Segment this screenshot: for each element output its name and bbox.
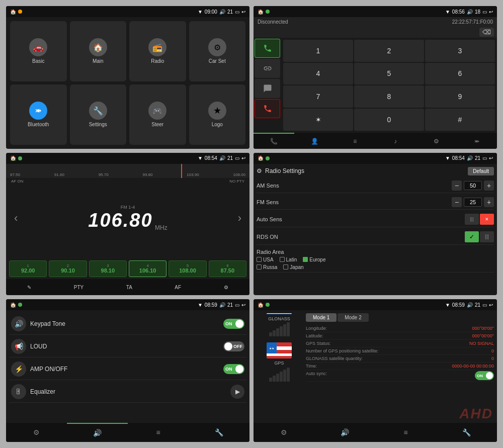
key-4[interactable]: 4 bbox=[283, 63, 353, 85]
bottom-settings-btn[interactable]: ⚙ bbox=[6, 423, 67, 442]
key-8[interactable]: 8 bbox=[354, 85, 424, 108]
end-call-button[interactable] bbox=[255, 99, 280, 118]
home-icon-3[interactable]: 🏠 bbox=[10, 155, 16, 161]
back-2[interactable]: ↩ bbox=[489, 9, 493, 15]
key-3[interactable]: 3 bbox=[425, 40, 495, 62]
key-0[interactable]: 0 bbox=[354, 109, 424, 131]
menu-item-steer[interactable]: 🎮 Steer bbox=[129, 84, 186, 145]
contacts-button[interactable] bbox=[255, 79, 280, 98]
edit-button[interactable]: ✎ bbox=[23, 283, 35, 292]
fm-sens-minus[interactable]: − bbox=[452, 197, 462, 207]
longitude-row: Longitude: 000°00'00" bbox=[306, 325, 494, 332]
bottom-music-btn[interactable]: 🔊 bbox=[67, 423, 128, 442]
battery-6: ▭ bbox=[482, 302, 487, 308]
back-4[interactable]: ↩ bbox=[489, 155, 493, 161]
menu-item-radio[interactable]: 📻 Radio bbox=[129, 21, 186, 81]
am-sens-plus[interactable]: + bbox=[484, 181, 494, 191]
key-7[interactable]: 7 bbox=[283, 85, 353, 108]
key-1[interactable]: 1 bbox=[283, 40, 353, 62]
next-station-button[interactable]: › bbox=[236, 212, 243, 225]
tab-bt[interactable]: ⤕ bbox=[456, 133, 497, 149]
back-5[interactable]: ↩ bbox=[241, 302, 245, 308]
auto-sens-off[interactable]: ✕ bbox=[480, 214, 494, 225]
battery-4: ▭ bbox=[482, 155, 487, 161]
key-5[interactable]: 5 bbox=[354, 63, 424, 85]
bottom-tools-btn[interactable]: 🔧 bbox=[189, 423, 249, 442]
tab-calllog[interactable]: ≡ bbox=[334, 133, 375, 149]
area-usa[interactable]: USA bbox=[257, 257, 274, 262]
auto-sens-bars[interactable]: ||| bbox=[465, 214, 479, 225]
scale-6: 108.00 bbox=[233, 172, 245, 177]
backspace-button[interactable]: ⌫ bbox=[479, 28, 494, 37]
ta-button[interactable]: TA bbox=[122, 283, 136, 292]
am-sens-control: − 50 + bbox=[452, 181, 494, 191]
usa-checkbox[interactable] bbox=[257, 257, 262, 262]
am-sens-minus[interactable]: − bbox=[452, 181, 462, 191]
area-latin[interactable]: Latin bbox=[280, 257, 297, 262]
af-button[interactable]: AF bbox=[171, 283, 185, 292]
preset-4[interactable]: 4 106.10 bbox=[129, 260, 166, 277]
japan-checkbox[interactable] bbox=[283, 264, 288, 270]
area-japan[interactable]: Japan bbox=[283, 264, 303, 270]
home-icon-6[interactable]: 🏠 bbox=[258, 302, 264, 308]
key-2[interactable]: 2 bbox=[354, 40, 424, 62]
area-russa[interactable]: Russa bbox=[257, 264, 277, 270]
home-icon-4[interactable]: 🏠 bbox=[258, 155, 264, 161]
preset-1[interactable]: 1 92.00 bbox=[9, 260, 47, 277]
home-icon[interactable]: 🏠 bbox=[10, 9, 16, 15]
home-icon-2[interactable]: 🏠 bbox=[258, 9, 264, 15]
preset-3[interactable]: 3 98.10 bbox=[89, 260, 127, 277]
key-star[interactable]: ✶ bbox=[283, 109, 353, 131]
prev-station-button[interactable]: ‹ bbox=[12, 212, 20, 225]
area-europe[interactable]: Europe bbox=[303, 257, 325, 262]
gps-eq-btn[interactable]: ≡ bbox=[375, 423, 436, 442]
preset-5[interactable]: 5 108.00 bbox=[169, 260, 206, 277]
tab-settings[interactable]: ⚙ bbox=[416, 133, 457, 149]
home-icon-5[interactable]: 🏠 bbox=[10, 302, 16, 308]
key-hash[interactable]: # bbox=[425, 109, 495, 131]
preset-2[interactable]: 2 90.10 bbox=[49, 260, 87, 277]
sig-bar-2 bbox=[273, 330, 276, 336]
default-button[interactable]: Default bbox=[468, 167, 494, 175]
bottom-eq-btn[interactable]: ≡ bbox=[128, 423, 189, 442]
key-6[interactable]: 6 bbox=[425, 63, 495, 85]
russa-checkbox[interactable] bbox=[257, 264, 262, 270]
tab-music[interactable]: ♪ bbox=[375, 133, 416, 149]
tab-phone[interactable]: 📞 bbox=[254, 133, 294, 149]
back-icon-1[interactable]: ↩ bbox=[241, 9, 245, 15]
loud-toggle[interactable]: OFF bbox=[223, 341, 244, 351]
rds-on-bars[interactable]: ||| bbox=[480, 231, 494, 242]
tab-contacts[interactable]: 👤 bbox=[294, 133, 335, 149]
amp-toggle[interactable]: ON bbox=[223, 364, 244, 374]
key-9[interactable]: 9 bbox=[425, 85, 495, 108]
scale-2: 91.60 bbox=[54, 172, 64, 177]
steer-label: Steer bbox=[151, 122, 163, 127]
back-6[interactable]: ↩ bbox=[489, 302, 493, 308]
mode1-tab[interactable]: Mode 1 bbox=[306, 313, 337, 322]
equalizer-item: 🎚 Equalizer ▶ bbox=[9, 381, 246, 403]
call-button[interactable] bbox=[255, 39, 280, 58]
menu-item-carset[interactable]: ⚙ Car Set bbox=[189, 21, 246, 81]
menu-item-bluetooth[interactable]: ⤕ Bluetooth bbox=[10, 84, 67, 145]
screen-radio-settings: 🏠 ▼ 08:54 🔊 21 ▭ ↩ ⚙ Radio Settings Defa… bbox=[254, 153, 497, 296]
europe-checkbox[interactable] bbox=[303, 257, 308, 262]
equalizer-play-button[interactable]: ▶ bbox=[230, 385, 244, 399]
autosync-toggle[interactable]: ON bbox=[475, 371, 494, 380]
link-button[interactable] bbox=[255, 59, 280, 78]
back-3[interactable]: ↩ bbox=[241, 155, 245, 161]
rds-on-check[interactable]: ✓ bbox=[465, 231, 479, 242]
menu-item-basic[interactable]: 🚗 Basic bbox=[10, 21, 67, 81]
pty-button[interactable]: PTY bbox=[70, 283, 88, 292]
fm-sens-plus[interactable]: + bbox=[484, 197, 494, 207]
keypad-tone-toggle[interactable]: ON bbox=[223, 319, 244, 329]
gps-tools-btn[interactable]: 🔧 bbox=[436, 423, 497, 442]
radio-settings-button[interactable]: ⚙ bbox=[220, 283, 232, 292]
menu-item-logo[interactable]: ★ Logo bbox=[189, 84, 246, 145]
gps-settings-btn[interactable]: ⚙ bbox=[254, 423, 314, 442]
gps-music-btn[interactable]: 🔊 bbox=[314, 423, 375, 442]
mode2-tab[interactable]: Mode 2 bbox=[338, 313, 368, 322]
latin-checkbox[interactable] bbox=[280, 257, 285, 262]
preset-6[interactable]: 6 87.50 bbox=[209, 260, 246, 277]
menu-item-main[interactable]: 🏠 Main bbox=[70, 21, 127, 81]
menu-item-settings[interactable]: 🔧 Settings bbox=[70, 84, 127, 145]
